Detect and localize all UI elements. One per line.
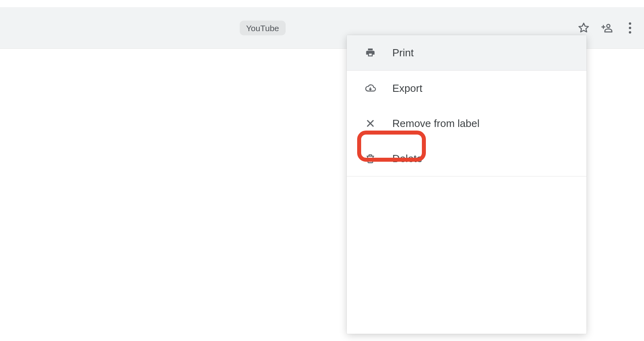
menu-item-label: Delete (392, 153, 422, 165)
more-icon[interactable] (624, 22, 636, 34)
menu-item-remove-label[interactable]: Remove from label (347, 106, 586, 141)
menu-item-label: Remove from label (392, 117, 479, 130)
add-person-icon[interactable] (601, 22, 613, 34)
cloud-download-icon (364, 82, 376, 94)
label-chip[interactable]: YouTube (240, 20, 286, 35)
menu-item-delete[interactable]: Delete (347, 141, 586, 176)
menu-item-print[interactable]: Print (347, 35, 586, 70)
menu-item-label: Export (392, 82, 422, 95)
star-icon[interactable] (578, 22, 590, 34)
svg-point-0 (607, 24, 610, 28)
print-icon (364, 47, 376, 59)
menu-separator (347, 176, 586, 176)
close-icon (364, 117, 376, 129)
menu-item-label: Print (392, 47, 413, 59)
topbar-actions (578, 22, 636, 34)
menu-item-export[interactable]: Export (347, 71, 586, 106)
dropdown-menu: Print Export Remove from label Delete (347, 35, 586, 334)
trash-icon (364, 153, 376, 165)
